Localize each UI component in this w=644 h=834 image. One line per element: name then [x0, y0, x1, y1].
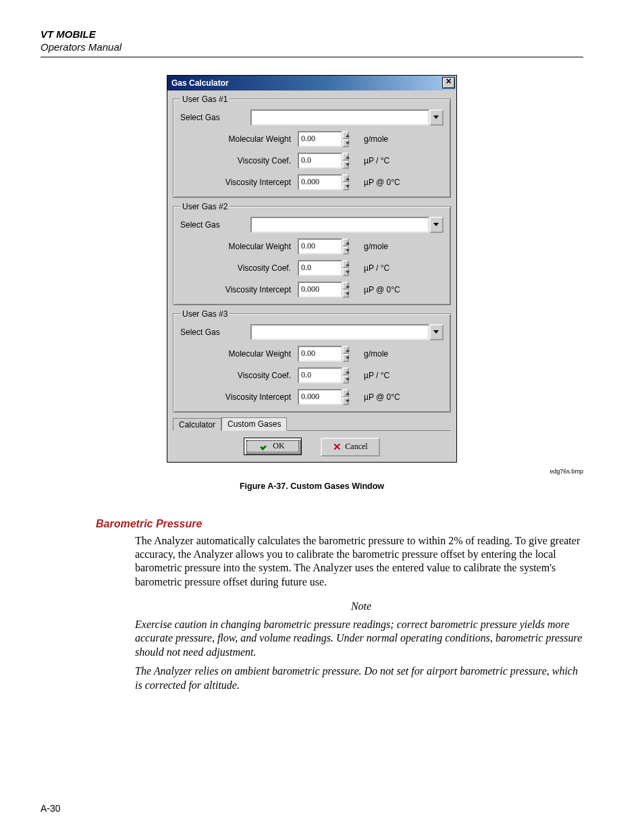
- vi-label: Viscosity Intercept: [180, 178, 298, 187]
- mw-2-input[interactable]: [298, 238, 342, 255]
- spin-up-icon[interactable]: [342, 153, 349, 161]
- user-gas-2-legend: User Gas #2: [180, 202, 230, 211]
- cancel-button-label: Cancel: [345, 442, 367, 452]
- note-paragraph-1: Exercise caution in changing barometric …: [135, 618, 587, 659]
- ok-button[interactable]: OK: [244, 438, 302, 455]
- spin-up-icon[interactable]: [342, 389, 349, 397]
- header-rule: [41, 57, 583, 57]
- mw-label: Molecular Weight: [180, 242, 298, 251]
- mw-unit: g/mole: [364, 134, 388, 144]
- dialog-tabs: Calculator Custom Gases: [173, 417, 451, 431]
- ok-button-label: OK: [273, 441, 284, 451]
- mw-1-input[interactable]: [298, 131, 342, 147]
- spin-down-icon[interactable]: [342, 268, 349, 276]
- spin-up-icon[interactable]: [342, 238, 349, 246]
- dialog-titlebar[interactable]: Gas Calculator ×: [167, 76, 456, 90]
- user-gas-3-legend: User Gas #3: [180, 309, 230, 319]
- vc-label: Viscosity Coef.: [180, 263, 298, 273]
- note-paragraph-2: The Analyzer relies on ambient barometri…: [135, 664, 587, 692]
- vc-3-input[interactable]: [298, 367, 342, 384]
- select-gas-2-combo[interactable]: [250, 217, 429, 233]
- vc-label: Viscosity Coef.: [180, 371, 298, 380]
- vi-label: Viscosity Intercept: [180, 392, 298, 402]
- page-header: VT MOBILE Operators Manual: [41, 28, 583, 54]
- note-heading: Note: [135, 600, 587, 613]
- vi-label: Viscosity Intercept: [180, 285, 298, 294]
- vi-unit: µP @ 0°C: [364, 178, 400, 187]
- vi-1-input[interactable]: [298, 174, 342, 190]
- spin-up-icon[interactable]: [342, 260, 349, 268]
- spin-up-icon[interactable]: [342, 346, 349, 354]
- vc-unit: µP / °C: [364, 156, 390, 165]
- cancel-button[interactable]: ✕ Cancel: [321, 438, 380, 457]
- vi-3-input[interactable]: [298, 389, 342, 405]
- spin-down-icon[interactable]: [342, 375, 349, 384]
- gas-calculator-dialog: Gas Calculator × User Gas #1 Select Gas …: [167, 75, 457, 463]
- spin-up-icon[interactable]: [342, 174, 349, 182]
- product-name: VT MOBILE: [41, 28, 583, 41]
- tab-custom-gases[interactable]: Custom Gases: [221, 417, 287, 431]
- spin-down-icon[interactable]: [342, 354, 349, 362]
- select-gas-label: Select Gas: [180, 328, 250, 337]
- select-gas-label: Select Gas: [180, 113, 250, 122]
- spin-up-icon[interactable]: [342, 131, 349, 139]
- manual-name: Operators Manual: [41, 41, 583, 54]
- page-number: A-30: [41, 803, 61, 814]
- x-icon: ✕: [333, 442, 342, 451]
- vc-1-input[interactable]: [298, 153, 342, 169]
- spin-up-icon[interactable]: [342, 282, 349, 290]
- user-gas-3-group: User Gas #3 Select Gas Molecular Weight …: [173, 309, 451, 413]
- mw-unit: g/mole: [364, 242, 388, 251]
- check-icon: [261, 443, 269, 450]
- chevron-down-icon[interactable]: [429, 324, 444, 340]
- chevron-down-icon[interactable]: [429, 217, 444, 233]
- mw-unit: g/mole: [364, 349, 388, 359]
- vc-unit: µP / °C: [364, 371, 390, 380]
- spin-down-icon[interactable]: [342, 161, 349, 169]
- mw-label: Molecular Weight: [180, 349, 298, 359]
- spin-up-icon[interactable]: [342, 367, 349, 375]
- vc-label: Viscosity Coef.: [180, 156, 298, 165]
- spin-down-icon[interactable]: [342, 182, 349, 190]
- dialog-title: Gas Calculator: [171, 78, 229, 88]
- select-gas-label: Select Gas: [180, 220, 250, 230]
- mw-3-input[interactable]: [298, 346, 342, 362]
- user-gas-2-group: User Gas #2 Select Gas Molecular Weight …: [173, 202, 451, 305]
- section-heading: Barometric Pressure: [96, 518, 583, 530]
- vi-2-input[interactable]: [298, 282, 342, 298]
- figure-filename: edg76s.bmp: [41, 468, 583, 475]
- user-gas-1-group: User Gas #1 Select Gas Molecular Weight …: [173, 95, 451, 198]
- select-gas-1-combo[interactable]: [250, 109, 429, 126]
- vc-2-input[interactable]: [298, 260, 342, 276]
- vc-unit: µP / °C: [364, 263, 390, 273]
- spin-down-icon[interactable]: [342, 397, 349, 405]
- mw-label: Molecular Weight: [180, 134, 298, 144]
- spin-down-icon[interactable]: [342, 290, 349, 298]
- close-icon[interactable]: ×: [442, 77, 455, 88]
- tab-calculator[interactable]: Calculator: [173, 418, 221, 431]
- spin-down-icon[interactable]: [342, 139, 349, 147]
- spin-down-icon[interactable]: [342, 246, 349, 255]
- figure-caption: Figure A-37. Custom Gases Window: [41, 481, 583, 491]
- vi-unit: µP @ 0°C: [364, 392, 400, 402]
- chevron-down-icon[interactable]: [429, 109, 444, 126]
- user-gas-1-legend: User Gas #1: [180, 95, 230, 104]
- body-paragraph: The Analyzer automatically calculates th…: [135, 534, 587, 590]
- select-gas-3-combo[interactable]: [250, 324, 429, 340]
- vi-unit: µP @ 0°C: [364, 285, 400, 294]
